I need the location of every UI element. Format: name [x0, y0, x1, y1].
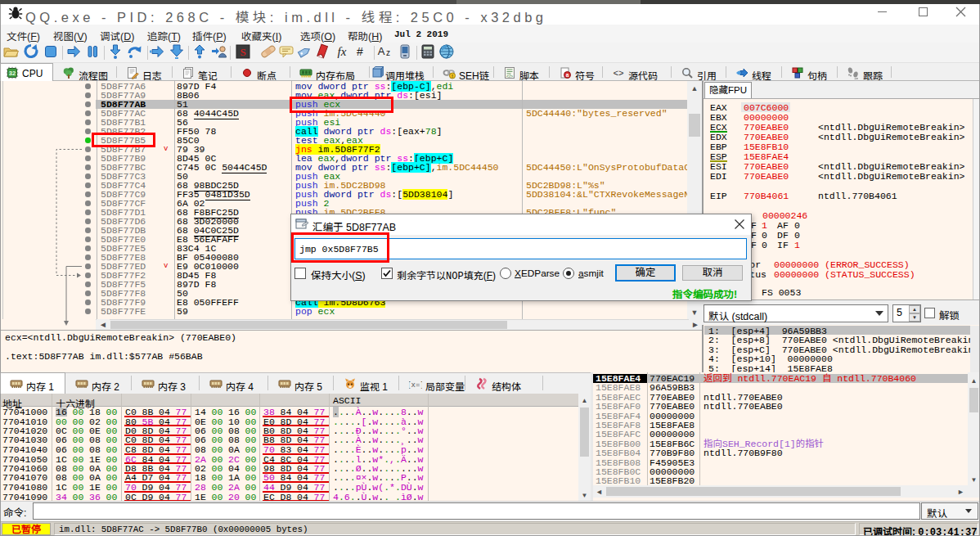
- svg-text:32: 32: [9, 70, 16, 77]
- svg-text:<>: <>: [613, 69, 623, 79]
- svg-text:[x=]: [x=]: [409, 381, 422, 390]
- svg-text:S: S: [240, 46, 245, 58]
- svg-text:#: #: [357, 45, 363, 58]
- svg-text:z: z: [386, 48, 390, 57]
- svg-text:A: A: [378, 45, 385, 57]
- svg-text:!: !: [452, 74, 453, 79]
- svg-text:</>: </>: [506, 74, 514, 79]
- svg-text:fx: fx: [338, 45, 347, 58]
- svg-text:a: a: [566, 72, 569, 78]
